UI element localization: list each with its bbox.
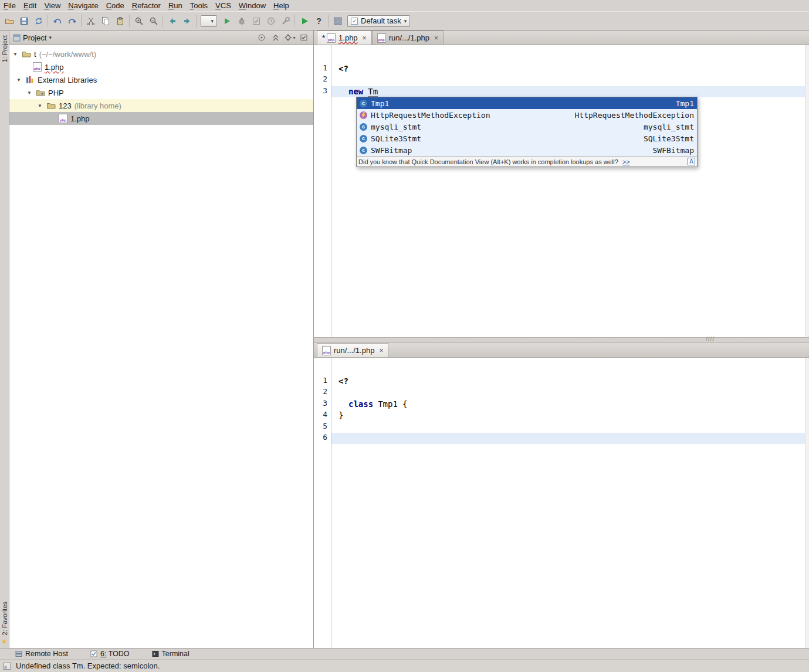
completion-item-swfbitmap[interactable]: c SWFBitmap SWFBitmap: [357, 144, 697, 156]
completion-item-sqlite3stmt[interactable]: c SQLite3Stmt SQLite3Stmt: [357, 133, 697, 144]
help-button[interactable]: ?: [312, 13, 326, 28]
code-line-caret[interactable]: [331, 433, 805, 444]
tools-button[interactable]: [278, 13, 293, 28]
replace-button[interactable]: [146, 13, 161, 28]
completion-item-httprequestmethodexception[interactable]: HttpRequestMethodException HttpRequestMe…: [357, 109, 697, 121]
run-selected-button[interactable]: [297, 13, 312, 28]
save-all-button[interactable]: [16, 13, 31, 28]
menu-view[interactable]: View: [41, 1, 65, 11]
tree-item-label: 123: [59, 101, 72, 110]
code-line[interactable]: [331, 387, 805, 398]
find-button[interactable]: [131, 13, 146, 28]
run-button[interactable]: [219, 13, 234, 28]
project-structure-button[interactable]: [330, 13, 345, 28]
menu-run[interactable]: Run: [165, 1, 187, 11]
toolwindow-switcher-icon[interactable]: [3, 662, 11, 670]
run-configuration-select[interactable]: ▾: [201, 15, 217, 27]
code-area[interactable]: <? classTmp1{ }: [331, 358, 805, 648]
close-icon[interactable]: ×: [434, 34, 438, 42]
tree-expand-icon[interactable]: ▼: [36, 103, 43, 108]
completion-item-mysqli-stmt[interactable]: c mysqli_stmt mysqli_stmt: [357, 121, 697, 133]
code-line[interactable]: [331, 74, 805, 86]
editor-top-body[interactable]: 1 2 3 <? newTm c Tmp1: [314, 45, 809, 337]
close-icon[interactable]: ×: [379, 347, 383, 355]
menu-tools[interactable]: Tools: [187, 1, 212, 11]
debug-button[interactable]: [234, 13, 249, 28]
synchronize-button[interactable]: [31, 13, 46, 28]
profiler-button[interactable]: [263, 13, 278, 28]
tab-1php[interactable]: * php 1.php ×: [317, 30, 372, 45]
menu-vcs[interactable]: VCS: [212, 1, 236, 11]
code-line[interactable]: [331, 422, 805, 433]
tree-item-external-libraries[interactable]: ▼ External Libraries: [9, 73, 313, 86]
toolbar-separator: [163, 15, 163, 27]
tree-expand-icon[interactable]: ▼: [12, 52, 19, 57]
completion-tail: Tmp1: [676, 99, 694, 108]
menu-navigate[interactable]: Navigate: [65, 1, 103, 11]
settings-button[interactable]: ▾: [284, 32, 296, 43]
code-line[interactable]: <?: [331, 63, 805, 74]
completion-hint-bar: Did you know that Quick Documentation Vi…: [357, 156, 697, 167]
code-line[interactable]: }: [331, 410, 805, 421]
default-task-select[interactable]: ✓ Default task ▾: [347, 15, 410, 27]
code-line-caret[interactable]: newTm: [331, 86, 805, 97]
tree-expand-icon[interactable]: ▼: [26, 90, 33, 96]
code-area[interactable]: <? newTm: [331, 45, 805, 337]
editor-bottom-body[interactable]: 1 2 3 4 5 6 <? classTmp1{ }: [314, 358, 809, 648]
editor-scrollbar[interactable]: [805, 45, 809, 337]
hide-toolwindow-button[interactable]: [298, 32, 310, 43]
completion-hint-link[interactable]: >>: [622, 158, 630, 165]
menu-file[interactable]: File: [1, 1, 21, 11]
scroll-from-source-button[interactable]: [256, 32, 268, 43]
close-icon[interactable]: ×: [363, 34, 367, 42]
coverage-button[interactable]: [249, 13, 263, 28]
copy-button[interactable]: [98, 13, 113, 28]
splitter-grip-icon[interactable]: ////: [706, 336, 715, 342]
tree-item-library-home[interactable]: ▼ 123 (library home): [9, 99, 313, 112]
completion-item-tmp1[interactable]: c Tmp1 Tmp1: [357, 97, 697, 109]
sort-alphabetically-toggle[interactable]: A: [688, 158, 695, 165]
save-icon: [19, 16, 29, 26]
line-number: 4: [314, 410, 331, 421]
back-button[interactable]: [165, 13, 180, 28]
undo-button[interactable]: [50, 13, 65, 28]
editor-bottom-tabbar: php run/.../1.php ×: [314, 343, 809, 358]
code-line[interactable]: classTmp1{: [331, 399, 805, 410]
tree-item-library-1php[interactable]: php 1.php: [9, 112, 313, 125]
project-toolwindow: Project ▾ ▾ ▼ t (~/~/work/www/t) php 1.p…: [9, 30, 314, 648]
collapse-all-button[interactable]: [270, 32, 282, 43]
completion-label: SQLite3Stmt: [371, 134, 421, 143]
search-minus-icon: [149, 16, 158, 26]
editor-scrollbar[interactable]: [805, 358, 809, 648]
project-view-select[interactable]: Project ▾: [13, 33, 52, 42]
open-button[interactable]: [2, 13, 16, 28]
cut-button[interactable]: [83, 13, 98, 28]
ide-window: File Edit View Navigate Code Refactor Ru…: [0, 0, 809, 672]
tree-item-project-root[interactable]: ▼ t (~/~/work/www/t): [9, 47, 313, 60]
code-line[interactable]: <?: [331, 376, 805, 387]
editor-splitter[interactable]: ////: [314, 337, 809, 343]
toolwindow-button-remote-host[interactable]: Remote Host: [15, 650, 68, 658]
tree-expand-icon[interactable]: ▼: [15, 77, 22, 83]
identifier-tm: Tm: [368, 87, 378, 97]
main-area: 1: Project 2: Favorites ★ Project ▾ ▾: [0, 30, 809, 648]
tab-run-1php[interactable]: php run/.../1.php ×: [372, 30, 444, 45]
redo-button[interactable]: [65, 13, 79, 28]
menu-window[interactable]: Window: [236, 1, 270, 11]
toolwindow-tab-project[interactable]: 1: Project: [1, 35, 8, 62]
menu-refactor[interactable]: Refactor: [129, 1, 165, 11]
menu-help[interactable]: Help: [270, 1, 294, 11]
tree-item-1php[interactable]: php 1.php: [9, 60, 313, 73]
toolwindow-button-todo[interactable]: 6: TODO: [90, 650, 130, 658]
task-check-icon: ✓: [351, 18, 358, 25]
tree-item-php-library[interactable]: ▼ PHP: [9, 86, 313, 99]
menubar: File Edit View Navigate Code Refactor Ru…: [0, 0, 809, 11]
toolwindow-tab-favorites[interactable]: 2: Favorites ★: [1, 602, 8, 646]
tab-run-1php-bottom[interactable]: php run/.../1.php ×: [317, 343, 388, 357]
toolwindow-button-terminal[interactable]: Terminal: [152, 650, 189, 658]
paste-button[interactable]: [113, 13, 127, 28]
forward-button[interactable]: [180, 13, 194, 28]
menu-code[interactable]: Code: [103, 1, 129, 11]
menu-edit[interactable]: Edit: [21, 1, 41, 11]
todo-icon: [90, 650, 97, 657]
